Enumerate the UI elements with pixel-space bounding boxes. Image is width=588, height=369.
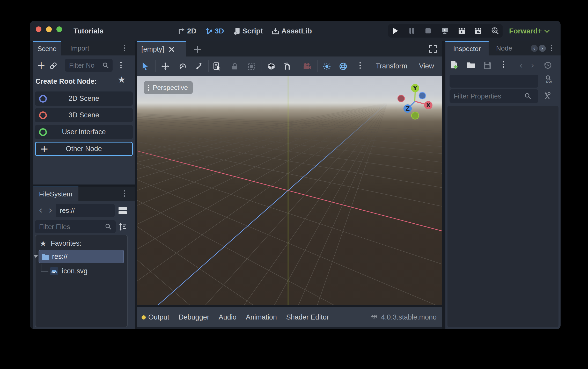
select-tool-icon[interactable] xyxy=(140,56,151,76)
debugger-button[interactable]: Debugger xyxy=(179,313,209,321)
create-other-node-button[interactable]: + Other Node xyxy=(35,142,133,156)
gizmo-neg-y-ball xyxy=(411,112,419,119)
godot-svg-file-icon xyxy=(50,267,58,275)
collapse-chevron-icon[interactable] xyxy=(33,255,38,258)
3d-workspace-icon xyxy=(205,27,213,35)
instance-scene-icon[interactable] xyxy=(49,61,58,70)
node-3d-icon xyxy=(39,111,47,119)
list-select-icon[interactable] xyxy=(212,56,223,76)
pause-button[interactable] xyxy=(408,27,415,35)
titlebar: Tutorials 2D 3D Script xyxy=(30,21,561,41)
movie-maker-mode-button[interactable] xyxy=(491,27,499,35)
create-root-node-label: Create Root Node: xyxy=(35,77,97,86)
scene-tab-empty[interactable]: [empty] xyxy=(137,41,186,56)
audio-button[interactable]: Audio xyxy=(219,313,237,321)
workspace-switcher: 2D 3D Script AssetLib xyxy=(178,21,312,41)
tab-filesystem[interactable]: FileSystem xyxy=(33,187,78,201)
move-tool-icon[interactable] xyxy=(160,56,171,76)
save-resource-icon[interactable] xyxy=(482,55,493,75)
workspace-script-button[interactable]: Script xyxy=(233,27,263,35)
snap-magnet-icon[interactable] xyxy=(282,56,292,76)
history-forward-button[interactable]: › xyxy=(527,55,538,75)
play-button[interactable] xyxy=(392,27,399,35)
filter-files-input[interactable] xyxy=(35,220,116,233)
new-resource-icon[interactable] xyxy=(449,55,460,75)
workspace-3d-button[interactable]: 3D xyxy=(205,27,224,35)
add-node-button[interactable]: + xyxy=(36,59,46,72)
animation-button[interactable]: Animation xyxy=(246,313,277,321)
open-docs-icon[interactable]: DOC xyxy=(543,75,552,83)
tab-node[interactable]: Node xyxy=(489,41,520,55)
create-3d-scene-button[interactable]: 3D Scene xyxy=(35,108,133,122)
current-path-field[interactable] xyxy=(56,204,115,217)
close-window-button[interactable] xyxy=(36,26,41,32)
tab-import[interactable]: Import xyxy=(61,41,98,55)
tree-item-res[interactable]: res:// xyxy=(39,250,124,263)
output-button[interactable]: Output xyxy=(142,313,169,321)
create-2d-scene-button[interactable]: 2D Scene xyxy=(35,91,133,106)
local-space-cube-icon[interactable] xyxy=(266,56,276,76)
viewport-more-menu-icon[interactable] xyxy=(359,62,361,63)
projection-dropdown[interactable]: Perspective xyxy=(144,81,193,94)
expand-viewport-icon[interactable] xyxy=(429,45,437,53)
nav-back-button[interactable]: ‹ xyxy=(36,203,45,217)
filesystem-menu-icon[interactable] xyxy=(124,190,125,191)
preview-environment-icon[interactable] xyxy=(338,56,348,76)
scene-toolbar-menu-icon[interactable] xyxy=(120,62,122,63)
tree-connector xyxy=(41,264,41,272)
zoom-window-button[interactable] xyxy=(56,26,62,32)
lock-icon[interactable] xyxy=(230,56,240,76)
tree-item-icon-svg[interactable]: icon.svg xyxy=(50,267,87,275)
view-menu[interactable]: View xyxy=(419,56,434,76)
3d-viewport[interactable]: Y X Z Perspective xyxy=(137,76,442,305)
play-custom-scene-button[interactable] xyxy=(475,27,482,35)
svg-text:X: X xyxy=(426,102,431,109)
workspace-script-label: Script xyxy=(242,27,263,35)
toggle-split-mode-icon[interactable] xyxy=(118,207,127,215)
workspace-assetlib-button[interactable]: AssetLib xyxy=(272,27,312,35)
scale-tool-icon[interactable] xyxy=(194,56,204,76)
resource-name-field[interactable] xyxy=(450,75,538,88)
camera-override-icon[interactable] xyxy=(302,56,312,76)
create-user-interface-button[interactable]: User Interface xyxy=(35,125,133,139)
minimize-window-button[interactable] xyxy=(46,26,52,32)
close-icon[interactable] xyxy=(168,46,174,52)
favorites-row[interactable]: ★ Favorites: xyxy=(40,239,81,248)
tab-inspector[interactable]: Inspector xyxy=(445,41,489,55)
nav-forward-button[interactable]: › xyxy=(46,203,55,217)
play-scene-button[interactable] xyxy=(458,27,465,35)
bottom-panel-bar: Output Debugger Audio Animation Shader E… xyxy=(137,307,442,327)
manage-object-properties-icon[interactable] xyxy=(543,91,552,100)
inspector-menu-icon[interactable] xyxy=(551,45,552,46)
inspector-tabstrip: Inspector Node ‹ › xyxy=(445,41,561,55)
svg-text:Z: Z xyxy=(406,105,410,112)
favorites-star-icon[interactable]: ★ xyxy=(118,74,126,85)
godot-logo-icon xyxy=(371,314,378,321)
resource-extra-menu-icon[interactable] xyxy=(503,61,504,62)
workspace-2d-button[interactable]: 2D xyxy=(178,27,196,35)
workspace-2d-label: 2D xyxy=(187,27,196,35)
load-resource-folder-icon[interactable] xyxy=(465,55,476,75)
tab-scene[interactable]: Scene xyxy=(33,41,61,55)
viewport-toolbar: Transform View xyxy=(137,56,442,76)
group-icon[interactable] xyxy=(246,56,257,76)
shader-editor-button[interactable]: Shader Editor xyxy=(286,313,329,321)
gizmo-neg-z-ball xyxy=(419,92,426,99)
stop-button[interactable] xyxy=(425,27,432,35)
search-icon xyxy=(105,223,112,230)
tabs-scroll-right-button[interactable]: › xyxy=(539,45,546,52)
history-list-icon[interactable] xyxy=(542,55,553,75)
preview-sun-icon[interactable] xyxy=(322,56,332,76)
renderer-dropdown[interactable]: Forward+ xyxy=(509,21,549,41)
2d-workspace-icon xyxy=(178,27,185,35)
file-sort-icon[interactable] xyxy=(118,223,127,231)
new-scene-tab-button[interactable]: + xyxy=(192,41,203,56)
play-remote-debug-button[interactable] xyxy=(441,27,449,35)
version-info[interactable]: 4.0.3.stable.mono xyxy=(371,313,442,321)
renderer-label: Forward+ xyxy=(509,27,542,35)
history-back-button[interactable]: ‹ xyxy=(515,55,527,75)
transform-menu[interactable]: Transform xyxy=(376,56,407,76)
tabs-scroll-left-button[interactable]: ‹ xyxy=(531,45,538,52)
scene-dock-menu-icon[interactable] xyxy=(124,45,125,46)
rotate-tool-icon[interactable] xyxy=(178,56,188,76)
